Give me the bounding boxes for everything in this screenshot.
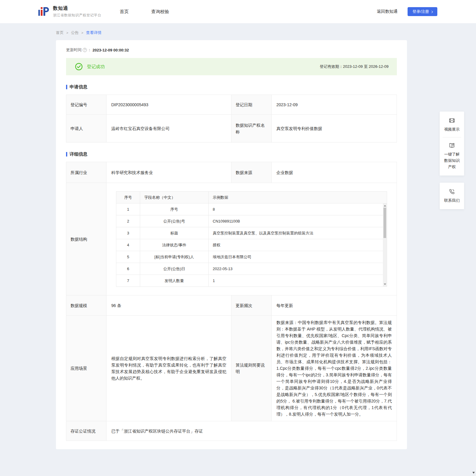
ip-name-value: 真空泵发明专利价值数据 [272,115,397,143]
table-row: 2 公开(公告)号 CN109891100B [116,215,387,227]
source-label: 数据来源 [231,162,272,183]
table-row: 3 标题 真空泵控制装置及真空泵、以及真空泵控制装置的组装方法 [116,227,387,239]
book-icon [449,142,455,149]
data-structure-table: 序号 字段名称（中文） 示例数据 1 序号 8 2 公开(公告)号 CN [116,191,387,287]
sidebar-item-label: 视频展示 [444,126,460,132]
table-row: 应用场景 根据自定规则对真空泵发明专利数据进行检索分析，了解真空泵发明专利情况，… [66,316,397,421]
scrollbar-thumb[interactable] [383,208,386,238]
applicant-value: 温岭市红宝石真空设备有限公司 [107,115,231,143]
industry-value: 科学研究和技术服务业 [107,162,231,183]
reg-date-label: 登记日期 [231,95,272,115]
logo-title: 数知通 [53,5,101,12]
table-row: 存证公证情况 已于「浙江省知识产权区块链公共存证平台」存证 [66,421,397,441]
breadcrumb-announcement[interactable]: 公告 [71,30,79,35]
algorithm-label: 算法规则简要说明 [231,316,272,421]
scenario-value: 根据自定规则对真空泵发明专利数据进行检索分析，了解真空泵发明专利情况，有助于真空… [107,316,231,421]
reg-date-value: 2023-12-09 [272,95,397,115]
evidence-label: 存证公证情况 [66,421,107,441]
breadcrumb-current: 查看详情 [86,30,101,35]
frequency-value: 每年更新 [272,295,397,316]
scenario-label: 应用场景 [66,316,107,421]
logo: 数知通 浙江省数据知识产权登记平台 [38,5,101,18]
scale-value: 96 条 [107,295,231,316]
application-info-table: 登记编号 DIP2023000005493 登记日期 2023-12-09 申请… [66,95,397,143]
registration-status-text: 登记成功 [87,64,105,70]
table-row: 4 法律状态/事件 授权 [116,239,387,251]
table-header-row: 序号 字段名称（中文） 示例数据 [116,192,387,203]
chevron-right-icon [430,10,433,13]
sidebar-item-contact[interactable]: 联系我们 [440,187,464,205]
table-row: 登记编号 DIP2023000005493 登记日期 2023-12-09 [66,95,397,115]
table-row: 5 [标]当前申请(专利权)人 埃地沃兹日本有限公司 [116,251,387,263]
breadcrumb: 首页 > 公告 > 查看详情 [56,30,407,35]
logo-subtitle: 浙江省数据知识产权登记平台 [53,13,101,18]
check-circle-icon [75,63,83,71]
table-row: 数据结构 序号 字段名称（中文） 示例数据 1 序号 8 [66,183,397,295]
sidebar-item-learn-dataip[interactable]: 一键了解数据知识产权 [440,141,464,171]
login-register-label: 登录/注册 [412,9,429,14]
table-row: 申请人 温岭市红宝石真空设备有限公司 数据知识产权名称 真空泵发明专利价值数据 [66,115,397,143]
table-row: 数据规模 96 条 更新频次 每年更新 [66,295,397,316]
section-bar [66,152,67,156]
nav-home[interactable]: 首页 [120,9,129,15]
floating-sidebar: 视频展示 一键了解数据知识产权 联系我们 [440,112,464,216]
breadcrumb-home[interactable]: 首页 [56,30,64,35]
detail-card: 更新时间 ? ： 2023-12-09 00:00:32 登记成功 登记有效期：… [56,40,407,449]
section-title-detail: 详细信息 [66,151,397,157]
sidebar-item-video[interactable]: 视频展示 [440,116,464,134]
nav-query-verify[interactable]: 查询校验 [151,9,169,15]
ip-name-label: 数据知识产权名称 [231,115,272,143]
video-icon [449,117,455,124]
breadcrumb-separator: > [81,31,83,35]
sidebar-item-label: 一键了解数据知识产权 [444,151,460,170]
help-icon[interactable]: ? [83,48,87,52]
structure-label: 数据结构 [66,183,107,295]
login-register-button[interactable]: 登录/注册 [408,7,437,16]
scale-label: 数据规模 [66,295,107,316]
update-time-colon: ： [87,47,91,53]
main-nav: 首页 查询校验 [120,9,169,15]
scrollbar-up-arrow[interactable] [384,205,386,206]
col-header-field: 字段名称（中文） [140,192,209,203]
logo-icon [38,6,50,18]
registration-status-banner: 登记成功 登记有效期：2023-12-09 至 2026-12-09 [66,58,397,75]
page-scrollbar-down-arrow[interactable] [472,472,475,474]
validity-label: 登记有效期： [320,64,343,69]
col-header-no: 序号 [116,192,140,203]
phone-icon [449,188,455,195]
frequency-label: 更新频次 [231,295,272,316]
table-row: 7 发明人数量 1 [116,275,387,287]
update-time-row: 更新时间 ? ： 2023-12-09 00:00:32 [66,47,397,53]
section-title-application: 申请信息 [66,84,397,90]
table-row: 所属行业 科学研究和技术服务业 数据来源 企业数据 [66,162,397,183]
col-header-sample: 示例数据 [209,192,387,203]
evidence-value: 已于「浙江省知识产权区块链公共存证平台」存证 [107,421,397,441]
table-row: 6 公开(公告)日 2022-05-13 [116,263,387,275]
detail-info-table: 所属行业 科学研究和技术服务业 数据来源 企业数据 数据结构 序号 字段名称（中… [66,162,397,441]
app-header: 数知通 浙江省数据知识产权登记平台 首页 查询校验 返回数知通 登录/注册 [0,0,476,23]
back-to-shuzhitong-link[interactable]: 返回数知通 [377,9,397,14]
sidebar-item-label: 联系我们 [444,197,460,203]
source-value: 企业数据 [272,162,397,183]
applicant-label: 申请人 [66,115,107,143]
update-time-label: 更新时间 [66,47,82,53]
reg-no-label: 登记编号 [66,95,107,115]
divider [443,137,461,137]
reg-no-value: DIP2023000005493 [107,95,231,115]
validity-value: 2023-12-09 至 2026-12-09 [343,64,389,69]
table-row: 1 序号 8 [116,203,387,215]
algorithm-value: 数据来源：中国专利数据库中有关真空泵的专利数据。算法规则：本数据基于 AHP 模… [272,316,397,421]
update-time-value: 2023-12-09 00:00:32 [93,48,129,52]
scrollbar-down-arrow[interactable] [384,284,386,285]
section-bar [66,85,67,89]
breadcrumb-separator: > [66,31,68,35]
industry-label: 所属行业 [66,162,107,183]
table-scrollbar[interactable] [383,203,387,286]
